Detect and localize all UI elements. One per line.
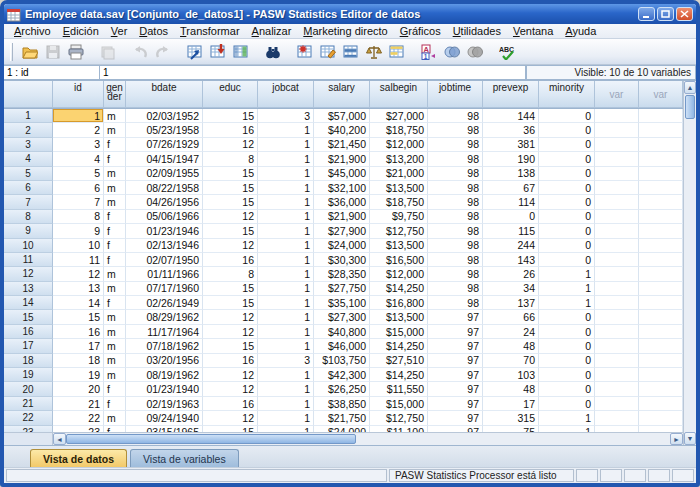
cell-var2-row23[interactable]: [639, 426, 683, 432]
cell-var1-row21[interactable]: [595, 397, 639, 411]
cell-jobtime-row2[interactable]: 98: [428, 123, 483, 137]
scroll-left-icon[interactable]: ◄: [53, 433, 66, 445]
cell-gender-row7[interactable]: m: [104, 195, 126, 209]
menu-ventana[interactable]: Ventana: [507, 25, 559, 37]
cell-gender-row16[interactable]: m: [104, 325, 126, 339]
cell-prevexp-row22[interactable]: 315: [483, 411, 539, 425]
cell-id-row8[interactable]: 8: [53, 210, 104, 224]
cell-educ-row19[interactable]: 12: [203, 368, 258, 382]
cell-var1-row17[interactable]: [595, 339, 639, 353]
menu-utilidades[interactable]: Utilidades: [447, 25, 507, 37]
cell-educ-row23[interactable]: 15: [203, 426, 258, 432]
cell-bdate-row8[interactable]: 05/06/1966: [126, 210, 203, 224]
show-all-variables-icon[interactable]: [463, 41, 486, 63]
column-header-jobcat[interactable]: jobcat: [258, 81, 314, 108]
cell-salbegin-row3[interactable]: $12,000: [370, 138, 428, 152]
cell-bdate-row16[interactable]: 11/17/1964: [126, 325, 203, 339]
cell-bdate-row17[interactable]: 07/18/1962: [126, 339, 203, 353]
column-header-var-2[interactable]: var: [639, 81, 683, 108]
cell-jobtime-row20[interactable]: 97: [428, 382, 483, 396]
cell-id-row12[interactable]: 12: [53, 267, 104, 281]
column-header-prevexp[interactable]: prevexp: [483, 81, 539, 108]
cell-jobtime-row17[interactable]: 97: [428, 339, 483, 353]
cell-salary-row2[interactable]: $40,200: [314, 123, 370, 137]
row-header-21[interactable]: 21: [4, 397, 53, 411]
cell-educ-row13[interactable]: 15: [203, 282, 258, 296]
cell-id-row19[interactable]: 19: [53, 368, 104, 382]
cell-jobcat-row19[interactable]: 1: [258, 368, 314, 382]
cell-var2-row4[interactable]: [639, 152, 683, 166]
cell-salbegin-row20[interactable]: $11,550: [370, 382, 428, 396]
cell-bdate-row12[interactable]: 01/11/1966: [126, 267, 203, 281]
cell-jobcat-row10[interactable]: 1: [258, 239, 314, 253]
spell-check-icon[interactable]: ABC: [495, 41, 518, 63]
cell-var2-row6[interactable]: [639, 181, 683, 195]
cell-minority-row4[interactable]: 0: [539, 152, 595, 166]
cell-bdate-row21[interactable]: 02/19/1963: [126, 397, 203, 411]
cell-salbegin-row18[interactable]: $27,510: [370, 354, 428, 368]
cell-jobcat-row15[interactable]: 1: [258, 310, 314, 324]
cell-var2-row3[interactable]: [639, 138, 683, 152]
cell-educ-row7[interactable]: 15: [203, 195, 258, 209]
cell-id-row5[interactable]: 5: [53, 167, 104, 181]
cell-jobcat-row8[interactable]: 1: [258, 210, 314, 224]
cell-gender-row11[interactable]: f: [104, 253, 126, 267]
cell-minority-row3[interactable]: 0: [539, 138, 595, 152]
cell-salbegin-row2[interactable]: $18,750: [370, 123, 428, 137]
cell-prevexp-row23[interactable]: 75: [483, 426, 539, 432]
cell-var1-row1[interactable]: [595, 109, 639, 123]
cell-var1-row22[interactable]: [595, 411, 639, 425]
row-header-15[interactable]: 15: [4, 310, 53, 324]
maximize-button[interactable]: [657, 7, 674, 21]
cell-bdate-row1[interactable]: 02/03/1952: [126, 109, 203, 123]
cell-jobtime-row9[interactable]: 98: [428, 224, 483, 238]
variable-sets-icon[interactable]: [440, 41, 463, 63]
cell-var1-row11[interactable]: [595, 253, 639, 267]
cell-var2-row2[interactable]: [639, 123, 683, 137]
cell-id-row13[interactable]: 13: [53, 282, 104, 296]
cell-jobtime-row7[interactable]: 98: [428, 195, 483, 209]
menu-ver[interactable]: Ver: [105, 25, 134, 37]
cell-salary-row10[interactable]: $24,000: [314, 239, 370, 253]
cell-salbegin-row8[interactable]: $9,750: [370, 210, 428, 224]
cell-bdate-row14[interactable]: 02/26/1949: [126, 296, 203, 310]
row-header-12[interactable]: 12: [4, 267, 53, 281]
cell-jobtime-row15[interactable]: 97: [428, 310, 483, 324]
row-header-8[interactable]: 8: [4, 210, 53, 224]
cell-jobtime-row21[interactable]: 97: [428, 397, 483, 411]
cell-id-row20[interactable]: 20: [53, 382, 104, 396]
cell-educ-row21[interactable]: 16: [203, 397, 258, 411]
cell-var1-row23[interactable]: [595, 426, 639, 432]
close-button[interactable]: [676, 7, 693, 21]
cell-salary-row14[interactable]: $35,100: [314, 296, 370, 310]
cell-prevexp-row9[interactable]: 115: [483, 224, 539, 238]
cell-prevexp-row17[interactable]: 48: [483, 339, 539, 353]
cell-var2-row14[interactable]: [639, 296, 683, 310]
cell-gender-row17[interactable]: m: [104, 339, 126, 353]
menu-datos[interactable]: Datos: [133, 25, 174, 37]
row-header-22[interactable]: 22: [4, 411, 53, 425]
cell-prevexp-row19[interactable]: 103: [483, 368, 539, 382]
cell-jobtime-row16[interactable]: 97: [428, 325, 483, 339]
cell-salbegin-row21[interactable]: $15,000: [370, 397, 428, 411]
cell-jobcat-row18[interactable]: 3: [258, 354, 314, 368]
cell-educ-row4[interactable]: 8: [203, 152, 258, 166]
cell-var2-row22[interactable]: [639, 411, 683, 425]
menu-edici-n[interactable]: Edición: [57, 25, 105, 37]
cell-id-row1[interactable]: 1: [53, 109, 104, 123]
goto-case-icon[interactable]: [183, 41, 206, 63]
cell-prevexp-row10[interactable]: 244: [483, 239, 539, 253]
cell-var1-row16[interactable]: [595, 325, 639, 339]
cell-prevexp-row2[interactable]: 36: [483, 123, 539, 137]
cell-var1-row3[interactable]: [595, 138, 639, 152]
cell-gender-row5[interactable]: m: [104, 167, 126, 181]
open-data-icon[interactable]: [18, 41, 41, 63]
row-header-18[interactable]: 18: [4, 354, 53, 368]
cell-salary-row15[interactable]: $27,300: [314, 310, 370, 324]
minimize-button[interactable]: [638, 7, 655, 21]
cell-jobcat-row16[interactable]: 1: [258, 325, 314, 339]
horizontal-scroll-thumb[interactable]: [66, 434, 356, 444]
cell-educ-row1[interactable]: 15: [203, 109, 258, 123]
cell-salary-row19[interactable]: $42,300: [314, 368, 370, 382]
cell-jobcat-row14[interactable]: 1: [258, 296, 314, 310]
